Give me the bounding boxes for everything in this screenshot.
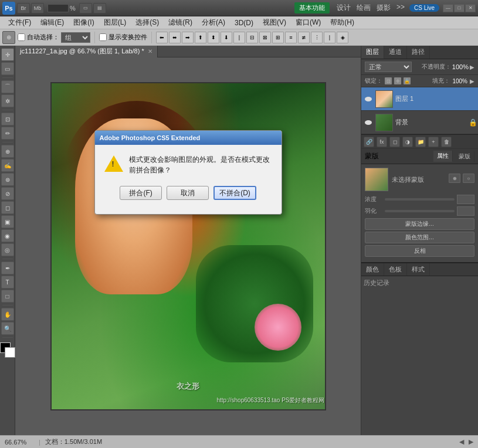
crop-tool-btn[interactable]: ⊡ [1,113,14,125]
menu-analyze[interactable]: 分析(A) [197,16,230,29]
mask-btn[interactable]: ◻ [389,137,400,147]
menu-layer[interactable]: 图层(L) [99,16,131,29]
menu-file[interactable]: 文件(F) [4,16,36,29]
density-value[interactable] [457,195,474,204]
lock-all-icon[interactable]: 🔒 [404,77,411,84]
flatten-button[interactable]: 拼合(F) [120,186,162,200]
background-color[interactable] [5,347,15,358]
add-vector-mask-btn[interactable]: ○ [463,174,474,183]
tab-paths[interactable]: 路径 [407,46,430,59]
tab-color[interactable]: 颜色 [361,263,384,276]
distribute-left-icon[interactable]: ⊟ [246,32,258,43]
align-top-icon[interactable]: ⬆ [195,32,206,43]
design-nav[interactable]: 设计 [334,3,353,13]
menu-edit[interactable]: 编辑(E) [36,16,69,29]
shape-tool-btn[interactable]: □ [1,290,14,303]
distribute-right-icon[interactable]: ⊞ [272,32,284,43]
masks-tab-mask[interactable]: 蒙版 [455,151,474,162]
lock-pixel-icon[interactable]: ⊡ [385,77,392,84]
tab-channels[interactable]: 通道 [384,46,407,59]
cs-live-button[interactable]: CS Live [409,4,439,12]
bridge-button[interactable]: Br [17,3,30,13]
feather-value[interactable] [457,206,474,216]
zoom-tool-btn[interactable]: 🔍 [1,322,14,335]
menu-filter[interactable]: 滤镜(R) [164,16,197,29]
magic-wand-btn[interactable]: ✲ [1,94,14,107]
eyedropper-btn[interactable]: ✏ [1,127,14,140]
workspace-button[interactable]: 基本功能 [294,2,330,13]
brush-btn[interactable]: ✍ [1,159,14,172]
feather-slider[interactable] [385,210,455,212]
transform-checkbox[interactable] [99,33,107,41]
move-tool[interactable]: ⊕ [2,31,15,44]
menu-view[interactable]: 视图(V) [258,16,291,29]
mask-edge-btn[interactable]: 蒙版边缘... [365,218,474,230]
color-range-btn[interactable]: 颜色范围... [365,232,474,243]
distribute-bottom-icon[interactable]: ⋮ [311,32,323,43]
dodge-btn[interactable]: ◎ [1,243,14,256]
view-btn-2[interactable]: ▤ [93,3,106,13]
align-center-v-icon[interactable]: ⬍ [208,32,219,43]
menu-3d[interactable]: 3D(D) [230,18,258,28]
blur-btn[interactable]: ◉ [1,229,14,242]
align-bottom-icon[interactable]: ⬇ [221,32,232,43]
photography-nav[interactable]: 摄影 [374,3,393,13]
status-arrow-left[interactable]: ◀ [459,438,464,446]
align-right-icon[interactable]: ➡ [182,32,194,43]
add-pixel-mask-btn[interactable]: ⊕ [449,174,460,183]
view-btn-1[interactable]: ▭ [79,3,92,13]
align-left-icon[interactable]: ⬅ [156,32,168,43]
distribute-center-h-icon[interactable]: ⊠ [259,32,271,43]
status-arrow-right[interactable]: ▶ [469,438,473,446]
menu-help[interactable]: 帮助(H) [326,16,359,29]
gradient-btn[interactable]: ▣ [1,215,14,228]
masks-tab-attr[interactable]: 属性 [433,151,453,162]
group-btn[interactable]: 📁 [415,137,426,147]
minimize-button[interactable]: — [443,4,453,12]
menu-select[interactable]: 选择(S) [131,16,164,29]
layer-bg-visibility[interactable] [364,118,373,127]
painting-nav[interactable]: 绘画 [354,3,373,13]
lasso-tool-btn[interactable]: ⌒ [1,80,14,93]
tab-layers[interactable]: 图层 [361,46,384,59]
document-tab[interactable]: jc111227_1a.jpg @ 66.7% (图层 1, Lab/8) * … [15,46,158,57]
masks-header[interactable]: 蒙版 属性 蒙版 [361,149,478,164]
delete-layer-btn[interactable]: 🗑 [441,137,452,147]
zoom-input[interactable]: 66.7 [48,4,69,12]
new-layer-btn[interactable]: + [428,137,439,147]
align-center-h-icon[interactable]: ⬌ [169,32,181,43]
color-boxes[interactable] [0,342,15,358]
eraser-btn[interactable]: ◻ [1,201,14,214]
tab-styles[interactable]: 样式 [407,263,430,276]
layer-1-visibility[interactable] [364,94,373,104]
link-layers-btn[interactable]: 🔗 [364,137,374,147]
no-flatten-button[interactable]: 不拼合(D) [213,186,256,200]
tab-close-btn[interactable]: ✕ [148,48,152,55]
fx-btn[interactable]: fx [377,137,387,147]
auto-select-checkbox[interactable] [18,33,25,41]
clone-btn[interactable]: ⊛ [1,173,14,186]
cancel-button[interactable]: 取消 [167,186,209,200]
more-nav[interactable]: >> [394,3,407,13]
pen-tool-btn[interactable]: ✒ [1,262,14,274]
move-tool-btn[interactable]: ✛ [1,48,14,61]
distribute-top-icon[interactable]: ≡ [285,32,297,43]
auto-select-dropdown[interactable]: 组 [61,32,90,43]
distribute-center-v-icon[interactable]: ≢ [298,32,310,43]
hand-tool-btn[interactable]: ✋ [1,308,14,321]
history-brush-btn[interactable]: ⊘ [1,187,14,200]
menu-window[interactable]: 窗口(W) [291,16,326,29]
layer-item-bg[interactable]: 背景 🔒 [361,111,478,134]
tab-swatches[interactable]: 色板 [384,263,407,276]
minibrige-button[interactable]: Mb [31,3,44,13]
lock-position-icon[interactable]: ✛ [394,77,401,84]
invert-btn[interactable]: 反相 [365,245,474,257]
layer-item-1[interactable]: 图层 1 [361,87,478,111]
blend-mode-select[interactable]: 正常 [365,62,412,72]
close-button[interactable]: ✕ [465,4,476,12]
adj-btn[interactable]: ◑ [402,137,413,147]
marquee-tool-btn[interactable]: ▭ [1,62,14,75]
fill-arrow[interactable]: ▶ [470,78,474,84]
text-tool-btn[interactable]: T [1,276,14,289]
healing-btn[interactable]: ⊕ [1,145,14,158]
